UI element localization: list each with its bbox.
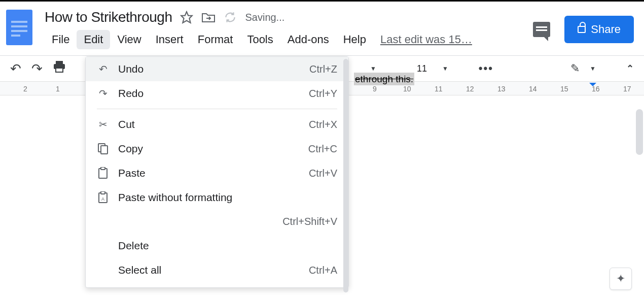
copy-icon	[97, 143, 109, 154]
font-family-caret-icon[interactable]: ▼	[370, 65, 376, 72]
menu-item-delete[interactable]: Delete	[86, 234, 348, 258]
title-area: How to Strikethrough Saving... File Edit…	[45, 7, 533, 49]
ruler-tick: 11	[435, 85, 443, 93]
editing-mode-icon[interactable]: ✎	[570, 62, 580, 75]
menu-addons[interactable]: Add-ons	[280, 30, 336, 49]
menu-item-select-all[interactable]: Select all Ctrl+A	[86, 258, 348, 282]
menu-item-shortcut: Ctrl+Shift+V	[97, 216, 337, 227]
svg-rect-1	[56, 61, 63, 64]
menu-item-label: Cut	[118, 118, 300, 130]
menu-item-shortcut: Ctrl+X	[309, 119, 337, 130]
more-options-icon[interactable]: •••	[479, 62, 493, 75]
menu-tools[interactable]: Tools	[240, 30, 280, 49]
menu-item-shortcut: Ctrl+Y	[309, 88, 337, 100]
menu-item-label: Copy	[118, 143, 299, 155]
menu-divider	[97, 109, 337, 109]
svg-marker-0	[182, 12, 193, 23]
ruler-tick: 15	[560, 85, 568, 93]
menu-item-label: Delete	[118, 240, 328, 252]
ruler-tick: 9	[373, 85, 377, 93]
editing-mode-caret-icon[interactable]: ▼	[590, 65, 596, 72]
share-button[interactable]: Share	[564, 16, 634, 43]
menu-scrollbar[interactable]	[343, 59, 348, 292]
ruler-right-indent-icon[interactable]	[589, 83, 596, 90]
svg-rect-3	[56, 68, 63, 72]
docs-logo-icon[interactable]	[6, 10, 32, 45]
share-label: Share	[591, 23, 621, 36]
document-title[interactable]: How to Strikethrough	[45, 9, 172, 25]
menu-item-label: Paste without formatting	[118, 191, 337, 204]
ruler-tick: 12	[466, 85, 474, 93]
ruler-tick: 14	[529, 85, 537, 93]
menu-item-paste[interactable]: Paste Ctrl+V	[86, 161, 348, 185]
menu-insert[interactable]: Insert	[149, 30, 191, 49]
star-icon[interactable]	[180, 11, 193, 24]
menu-item-paste-without-formatting[interactable]: A Paste without formatting Ctrl+Shift+V	[86, 185, 348, 234]
menu-item-label: Redo	[118, 87, 300, 100]
svg-rect-7	[101, 167, 105, 170]
menu-item-copy[interactable]: Copy Ctrl+C	[86, 137, 348, 161]
ruler-tick: 10	[403, 85, 411, 93]
menu-item-redo[interactable]: ↷ Redo Ctrl+Y	[86, 81, 348, 106]
menu-edit[interactable]: Edit	[77, 30, 110, 49]
ruler-tick: 17	[623, 85, 631, 93]
menu-item-cut[interactable]: ✂ Cut Ctrl+X	[86, 112, 348, 137]
document-selected-text[interactable]: ethrough this.	[354, 74, 414, 85]
edit-dropdown-menu: ↶ Undo Ctrl+Z ↷ Redo Ctrl+Y ✂ Cut Ctrl+X…	[85, 56, 349, 288]
page-scrollbar[interactable]	[636, 109, 643, 155]
ruler-tick: 2	[23, 85, 27, 93]
menu-help[interactable]: Help	[336, 30, 373, 49]
svg-rect-9	[101, 191, 105, 194]
font-size-input[interactable]: 11	[412, 63, 432, 74]
title-row: How to Strikethrough Saving...	[45, 7, 533, 28]
move-folder-icon[interactable]	[201, 11, 216, 23]
app-header: How to Strikethrough Saving... File Edit…	[0, 2, 644, 52]
paste-icon	[97, 167, 109, 179]
header-right: Share	[533, 7, 638, 43]
undo-button[interactable]: ↶	[10, 61, 21, 77]
svg-rect-5	[101, 146, 108, 154]
lock-icon	[578, 26, 586, 33]
menu-item-shortcut: Ctrl+Z	[309, 63, 337, 75]
menu-file[interactable]: File	[45, 30, 77, 49]
redo-button[interactable]: ↷	[31, 61, 43, 77]
menu-item-label: Paste	[118, 167, 300, 179]
paste-plain-icon: A	[97, 191, 109, 204]
menu-item-label: Undo	[118, 63, 300, 75]
last-edit-link[interactable]: Last edit was 15…	[373, 30, 479, 49]
collapse-toolbar-icon[interactable]: ⌃	[626, 63, 634, 74]
redo-icon: ↷	[97, 87, 109, 100]
menu-bar: File Edit View Insert Format Tools Add-o…	[45, 30, 533, 49]
undo-icon: ↶	[97, 63, 109, 75]
sync-icon	[224, 11, 237, 24]
explore-button[interactable]: ✦	[610, 268, 632, 290]
menu-view[interactable]: View	[110, 30, 148, 49]
saving-status: Saving...	[245, 12, 284, 23]
menu-item-shortcut: Ctrl+C	[308, 143, 337, 155]
cut-icon: ✂	[97, 118, 109, 130]
menu-item-undo[interactable]: ↶ Undo Ctrl+Z	[86, 57, 348, 81]
menu-item-shortcut: Ctrl+V	[309, 168, 337, 179]
font-size-caret-icon[interactable]: ▼	[442, 65, 448, 72]
menu-format[interactable]: Format	[191, 30, 240, 49]
menu-item-shortcut: Ctrl+A	[309, 265, 337, 276]
comments-icon[interactable]	[533, 22, 550, 37]
menu-item-label: Select all	[118, 264, 300, 276]
ruler-tick: 1	[56, 85, 60, 93]
ruler-tick: 13	[497, 85, 506, 93]
print-button[interactable]	[53, 61, 66, 77]
svg-text:A: A	[101, 196, 104, 202]
